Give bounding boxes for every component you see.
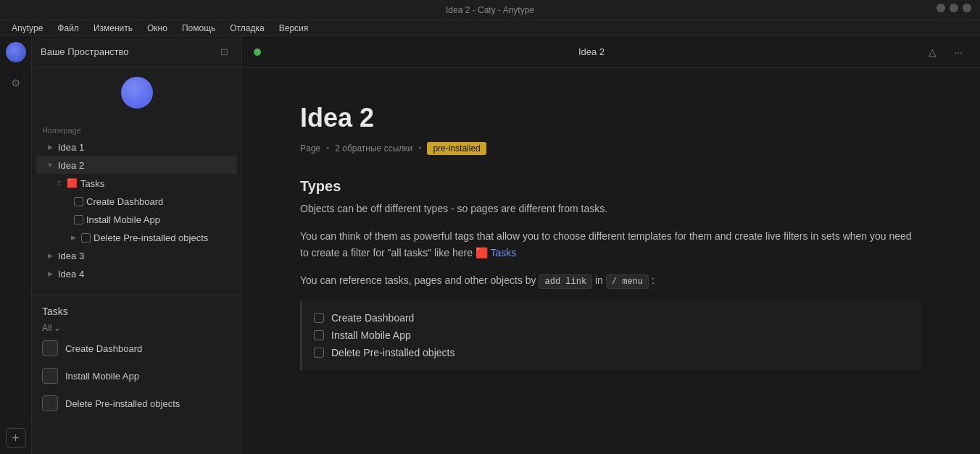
triangle-icon-button[interactable]: △ xyxy=(922,42,942,62)
backlinks-count[interactable]: 2 обратные ссылки xyxy=(335,143,412,154)
menu-file[interactable]: Файл xyxy=(51,22,85,35)
page-title: Idea 2 xyxy=(300,103,922,133)
reference-text-block: You can reference tasks, pages and other… xyxy=(300,272,922,289)
tasks-inline-link[interactable]: Tasks xyxy=(490,247,516,258)
maximize-button[interactable]: □ xyxy=(950,4,958,12)
inline-task-install-app[interactable]: Install Mobile App xyxy=(314,327,910,344)
chevron-right-icon: ▶ xyxy=(45,142,55,152)
colon-text: : xyxy=(652,274,655,286)
inline-task-delete-preinstalled[interactable]: Delete Pre-installed objects xyxy=(314,344,910,361)
inline-label-install-app: Install Mobile App xyxy=(331,329,411,341)
minimize-button[interactable]: ─ xyxy=(937,4,945,12)
inline-label-delete-preinstalled: Delete Pre-installed objects xyxy=(331,347,454,358)
idea2-label: Idea 2 xyxy=(58,160,228,171)
sidebar-item-idea4[interactable]: ▶ Idea 4 xyxy=(36,265,237,282)
task-item-delete-preinstalled[interactable]: Delete Pre-installed objects xyxy=(32,390,241,417)
sidebar-item-idea2[interactable]: ▼ Idea 2 xyxy=(36,156,237,174)
create-dashboard-label: Create Dashboard xyxy=(86,196,228,207)
page-header-title: Idea 2 xyxy=(578,46,605,57)
inline-task-list: Create Dashboard Install Mobile App Dele… xyxy=(300,300,922,370)
sidebar-item-create-dashboard[interactable]: Create Dashboard xyxy=(36,193,237,210)
meta-dot-2: • xyxy=(418,143,421,154)
sidebar-header: Ваше Пространство ⊡ xyxy=(32,36,241,68)
idea4-label: Idea 4 xyxy=(58,269,228,279)
sidebar-item-install-app[interactable]: Install Mobile App xyxy=(36,211,237,228)
home-icon-btn[interactable]: ⊙ xyxy=(4,71,28,94)
menu-edit[interactable]: Изменить xyxy=(88,22,138,35)
tasks-section: Tasks All ⌄ Create Dashboard Install Mob… xyxy=(32,295,241,423)
chevron-down-icon: ▼ xyxy=(45,160,55,170)
task-create-dashboard-checkbox[interactable] xyxy=(42,340,58,356)
task-install-app-checkbox[interactable] xyxy=(42,368,58,384)
header-actions: △ ··· xyxy=(922,42,968,62)
install-app-label: Install Mobile App xyxy=(86,214,228,225)
page-content: Idea 2 Page • 2 обратные ссылки • pre-in… xyxy=(242,68,980,454)
chevron-right-small-icon: ▶ xyxy=(68,232,78,243)
sidebar-toggle-button[interactable]: ⊡ xyxy=(215,43,233,61)
sidebar-item-idea1[interactable]: ▶ Idea 1 xyxy=(36,138,237,156)
inline-label-create-dashboard: Create Dashboard xyxy=(331,312,414,324)
tasks-label: Tasks xyxy=(80,178,228,189)
menu-bar: Anytype Файл Изменить Окно Помощь Отладк… xyxy=(0,20,980,36)
sidebar-item-delete-preinstalled[interactable]: ▶ Delete Pre-installed objects xyxy=(36,229,237,246)
types-body2-text: You can think of them as powerful tags t… xyxy=(300,230,912,258)
app-body: ⊙ + Ваше Пространство ⊡ Homepage ▶ Idea … xyxy=(0,36,980,454)
types-body1: Objects can be off different types - so … xyxy=(300,201,922,217)
menu-version[interactable]: Версия xyxy=(273,22,315,35)
task-item-install-app[interactable]: Install Mobile App xyxy=(32,362,241,390)
add-button[interactable]: + xyxy=(6,428,26,448)
inline-checkbox-create-dashboard[interactable] xyxy=(314,313,324,323)
tasks-emoji-icon: 🟥 xyxy=(66,177,78,189)
page-type: Page xyxy=(300,143,320,154)
main-content: Idea 2 △ ··· Idea 2 Page • 2 обратные сс… xyxy=(242,36,980,454)
reference-prefix: You can reference tasks, pages and other… xyxy=(300,274,536,286)
delete-preinstalled-label: Delete Pre-installed objects xyxy=(94,232,228,243)
app-logo xyxy=(6,42,26,62)
pre-installed-tag[interactable]: pre-installed xyxy=(427,142,486,155)
content-header: Idea 2 △ ··· xyxy=(242,36,980,68)
filter-label: All xyxy=(42,323,51,333)
chevron-right-icon-3: ▶ xyxy=(45,251,55,261)
menu-code: / menu xyxy=(606,274,649,289)
tasks-section-title: Tasks xyxy=(32,301,241,321)
homepage-section: Homepage ▶ Idea 1 ▼ Idea 2 ⠿ 🟥 Tasks Cre… xyxy=(32,117,241,289)
task-delete-preinstalled-label: Delete Pre-installed objects xyxy=(65,398,180,409)
close-button[interactable]: ✕ xyxy=(963,4,971,12)
types-body2: You can think of them as powerful tags t… xyxy=(300,228,922,261)
window-controls: ─ □ ✕ xyxy=(937,4,971,12)
task-item-create-dashboard[interactable]: Create Dashboard xyxy=(32,335,241,362)
tasks-filter-button[interactable]: All ⌄ xyxy=(32,321,241,335)
create-dashboard-checkbox[interactable] xyxy=(74,197,83,206)
sidebar-item-tasks[interactable]: ⠿ 🟥 Tasks xyxy=(36,175,237,192)
icon-bar: ⊙ + xyxy=(0,36,32,454)
drag-handle-icon: ⠿ xyxy=(57,180,62,188)
inline-task-create-dashboard[interactable]: Create Dashboard xyxy=(314,309,910,327)
delete-preinstalled-checkbox[interactable] xyxy=(81,233,91,243)
menu-window[interactable]: Окно xyxy=(141,22,173,35)
menu-debug[interactable]: Отладка xyxy=(224,22,270,35)
add-link-code: add link xyxy=(539,274,592,289)
tasks-emoji-inline: 🟥 xyxy=(476,247,491,258)
chevron-right-icon-4: ▶ xyxy=(45,269,55,279)
sidebar-toggle-icon: ⊡ xyxy=(220,46,228,57)
install-app-checkbox[interactable] xyxy=(74,215,83,224)
workspace-avatar xyxy=(121,77,153,109)
menu-anytype[interactable]: Anytype xyxy=(6,22,49,35)
status-dot xyxy=(254,49,261,56)
sidebar-item-idea3[interactable]: ▶ Idea 3 xyxy=(36,247,237,264)
task-delete-preinstalled-checkbox[interactable] xyxy=(42,395,58,411)
more-options-button[interactable]: ··· xyxy=(948,42,968,62)
idea1-label: Idea 1 xyxy=(58,142,228,153)
page-meta: Page • 2 обратные ссылки • pre-installed xyxy=(300,142,922,155)
inline-checkbox-delete-preinstalled[interactable] xyxy=(314,348,324,358)
title-bar: Idea 2 - Caty - Anytype ─ □ ✕ xyxy=(0,0,980,20)
task-install-app-label: Install Mobile App xyxy=(65,371,139,382)
in-text: in xyxy=(595,274,603,286)
workspace-title: Ваше Пространство xyxy=(41,46,129,57)
homepage-label: Homepage xyxy=(32,123,241,138)
inline-checkbox-install-app[interactable] xyxy=(314,330,324,340)
meta-dot-1: • xyxy=(326,143,329,154)
types-heading: Types xyxy=(300,178,922,195)
idea3-label: Idea 3 xyxy=(58,251,228,261)
menu-help[interactable]: Помощь xyxy=(176,22,221,35)
